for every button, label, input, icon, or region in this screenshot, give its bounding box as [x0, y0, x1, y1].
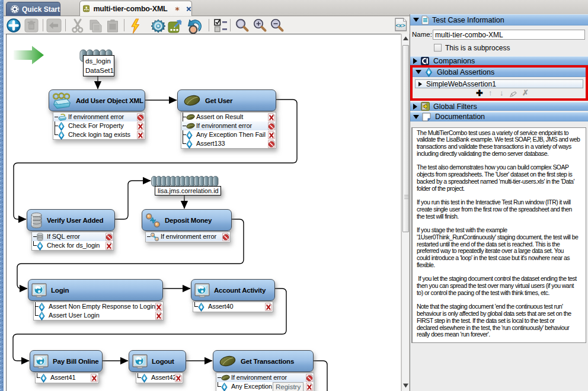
svg-text:<x>: <x>	[395, 22, 405, 28]
